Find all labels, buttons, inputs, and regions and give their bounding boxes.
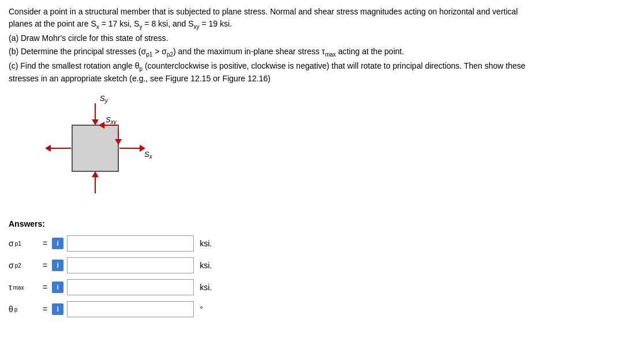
sigma-p1-input[interactable] <box>67 235 194 252</box>
problem-container: Consider a point in a structural member … <box>9 6 609 317</box>
sigma-p2-unit: ksi. <box>200 261 212 270</box>
answers-section: Answers: σp1 = i ksi. σp2 = i ksi. τmax <box>9 219 609 317</box>
sx-label: Sx <box>144 150 153 160</box>
sy-arrow-head-down <box>92 119 99 125</box>
sy-arrow-head-up <box>92 171 99 177</box>
stress-square <box>72 125 118 171</box>
sigma-p2-row: σp2 = i ksi. <box>9 257 609 273</box>
sxy-label: Sxy <box>106 115 117 125</box>
theta-p-info-icon[interactable]: i <box>52 303 63 315</box>
stress-diagram: Sy Sx Sxy <box>32 91 609 208</box>
problem-line3: (b) Determine the principal stresses (σp… <box>9 46 528 59</box>
tau-max-input[interactable] <box>67 279 194 295</box>
sigma-p1-unit: ksi. <box>200 239 212 248</box>
sy-label: Sy <box>100 94 108 104</box>
sigma-p1-info-icon[interactable]: i <box>52 238 63 249</box>
sx-arrow-head-left <box>45 145 51 152</box>
sigma-p1-equals: = <box>43 239 47 248</box>
sigma-p2-symbol: σp2 <box>9 261 40 270</box>
problem-line1: Consider a point in a structural member … <box>9 6 528 31</box>
sigma-p2-info-icon[interactable]: i <box>52 260 63 271</box>
sigma-p1-symbol: σp1 <box>9 239 40 248</box>
theta-p-unit: ° <box>200 305 203 314</box>
problem-line2: (a) Draw Mohr's circle for this state of… <box>9 32 528 44</box>
tau-max-info-icon[interactable]: i <box>52 282 63 293</box>
sigma-p2-equals: = <box>43 261 47 270</box>
answers-label: Answers: <box>9 219 609 228</box>
tau-max-equals: = <box>43 283 47 292</box>
tau-max-symbol: τmax <box>9 283 40 292</box>
tau-max-unit: ksi. <box>200 283 212 292</box>
sigma-p1-row: σp1 = i ksi. <box>9 235 609 252</box>
problem-line4: (c) Find the smallest rotation angle θp … <box>9 60 528 85</box>
theta-p-row: θp = i ° <box>9 301 609 317</box>
tau-max-row: τmax = i ksi. <box>9 279 609 295</box>
sigma-p2-input[interactable] <box>67 257 194 273</box>
theta-p-symbol: θp <box>9 305 40 314</box>
theta-p-equals: = <box>43 305 47 314</box>
problem-text: Consider a point in a structural member … <box>9 6 528 85</box>
theta-p-input[interactable] <box>67 301 194 317</box>
stress-element-svg: Sy Sx Sxy <box>32 91 159 206</box>
